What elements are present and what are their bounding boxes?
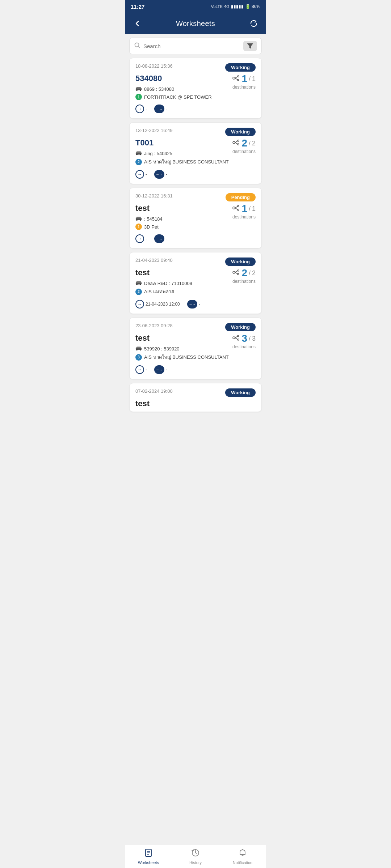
svg-point-18: [237, 144, 239, 145]
svg-point-17: [237, 140, 239, 141]
svg-point-41: [136, 349, 138, 351]
svg-line-28: [235, 207, 237, 208]
start-arrow-icon: →: [135, 300, 144, 309]
footer-right: -: [166, 106, 167, 111]
car-icon: [135, 86, 142, 92]
card-vehicle-row: 8869 : 534080: [135, 86, 212, 92]
dest-count: 1: [241, 74, 247, 84]
svg-point-42: [140, 349, 141, 351]
svg-point-7: [233, 77, 235, 79]
footer-left: -: [146, 172, 147, 177]
top-nav: Worksheets: [125, 13, 266, 34]
location-badge: 2: [135, 159, 142, 165]
status-badge: Working: [225, 63, 256, 72]
card-footer: → 21-04-2023 12:00 ⋯→ -: [135, 300, 256, 309]
svg-rect-22: [136, 217, 141, 219]
card-vehicle-row: : 545184: [135, 216, 163, 222]
notification-icon: [238, 848, 247, 859]
destinations-label: destinations: [232, 214, 256, 220]
svg-line-37: [235, 271, 237, 272]
card-date: 21-04-2023 09:40: [135, 258, 173, 263]
route-icon: [232, 204, 240, 213]
footer-left: -: [146, 236, 147, 241]
end-arrow-icon: ⋯→: [154, 105, 164, 113]
svg-rect-13: [136, 152, 141, 153]
nav-history[interactable]: History: [172, 846, 219, 868]
destinations-block: 2 / 2 destinations: [232, 268, 256, 284]
nav-worksheets[interactable]: Worksheets: [125, 846, 172, 868]
svg-line-29: [235, 208, 237, 209]
cards-container: 18-08-2022 15:36 Working 534080 8869 : 5…: [125, 58, 266, 441]
destinations-block: 1 / 1 destinations: [232, 74, 256, 90]
card-work-id: test: [135, 204, 163, 213]
footer-right: -: [199, 302, 200, 307]
nav-worksheets-label: Worksheets: [138, 860, 159, 865]
status-badge: Working: [225, 128, 256, 136]
status-icons: VoLTE 4G ▮▮▮▮▮ 🔋 86%: [211, 4, 260, 9]
route-icon: [232, 334, 240, 343]
worksheet-card-4[interactable]: 21-04-2023 09:40 Working test Deaw R&D :…: [129, 252, 262, 314]
card-footer: → - ⋯→ -: [135, 105, 256, 113]
dest-total: 2: [252, 140, 256, 147]
card-work-id: test: [135, 399, 256, 408]
refresh-button[interactable]: [247, 17, 260, 30]
end-arrow-icon: ⋯→: [187, 300, 197, 309]
svg-point-33: [140, 284, 141, 285]
route-icon: [232, 74, 240, 84]
card-date: 30-12-2022 16:31: [135, 193, 173, 199]
svg-marker-2: [247, 43, 253, 48]
nav-notification-label: Notification: [233, 860, 252, 865]
worksheets-icon: [144, 848, 153, 859]
dest-count: 3: [241, 333, 247, 344]
status-badge: Working: [225, 323, 256, 331]
vehicle-info: 8869 : 534080: [144, 86, 174, 92]
location-name: FORTHTRACK @ SPE TOWER: [144, 94, 212, 100]
dest-count: 2: [241, 268, 247, 278]
svg-point-34: [233, 271, 235, 273]
svg-point-0: [135, 43, 139, 47]
svg-rect-31: [136, 281, 141, 283]
footer-left: 21-04-2023 12:00: [146, 302, 180, 307]
4g-icon: 4G: [224, 4, 230, 9]
dest-count: 1: [241, 204, 247, 214]
svg-point-45: [237, 339, 239, 340]
worksheet-card-5[interactable]: 23-06-2023 09:28 Working test 539920 : 5…: [129, 318, 262, 379]
history-icon: [191, 848, 200, 859]
card-work-id: test: [135, 333, 229, 343]
location-badge: 1: [135, 94, 142, 100]
svg-point-5: [136, 90, 138, 91]
start-arrow-icon: →: [135, 105, 144, 113]
end-arrow-icon: ⋯→: [154, 365, 164, 374]
card-location-row: 1 FORTHTRACK @ SPE TOWER: [135, 94, 212, 100]
back-button[interactable]: [131, 17, 144, 30]
location-badge: 3: [135, 354, 142, 361]
route-icon: [232, 268, 240, 278]
svg-line-11: [235, 78, 237, 80]
location-name: AIS หาดใหญ่ BUSINESS CONSULTANT: [144, 353, 229, 361]
status-bar: 11:27 VoLTE 4G ▮▮▮▮▮ 🔋 86%: [125, 0, 266, 13]
svg-point-36: [237, 273, 239, 275]
worksheet-card-6[interactable]: 07-02-2024 19:00 Working test: [129, 383, 262, 412]
worksheet-card-1[interactable]: 18-08-2022 15:36 Working 534080 8869 : 5…: [129, 58, 262, 119]
svg-line-1: [139, 47, 140, 48]
nav-notification[interactable]: Notification: [219, 846, 266, 868]
dest-total: 3: [252, 335, 256, 342]
footer-left: -: [146, 106, 147, 111]
destinations-block: 1 / 1 destinations: [232, 204, 256, 220]
search-input[interactable]: [143, 43, 240, 49]
location-name: AIS แมทพลาส: [144, 288, 174, 295]
card-location-row: 2 AIS แมทพลาส: [135, 288, 192, 295]
card-vehicle-row: Jing : 540425: [135, 150, 229, 157]
vehicle-info: 539920 : 539920: [144, 346, 180, 352]
start-arrow-icon: →: [135, 170, 144, 179]
svg-point-35: [237, 270, 239, 271]
worksheet-card-3[interactable]: 30-12-2022 16:31 Pending test : 545184 1…: [129, 188, 262, 248]
footer-left: -: [146, 367, 147, 372]
destinations-block: 3 / 3 destinations: [232, 333, 256, 349]
worksheet-card-2[interactable]: 13-12-2022 16:49 Working T001 Jing : 540…: [129, 122, 262, 184]
signal-icon: ▮▮▮▮▮: [231, 4, 244, 9]
car-icon: [135, 346, 142, 352]
dest-count: 2: [241, 138, 247, 148]
filter-button[interactable]: [243, 41, 257, 51]
card-date: 13-12-2022 16:49: [135, 128, 173, 133]
